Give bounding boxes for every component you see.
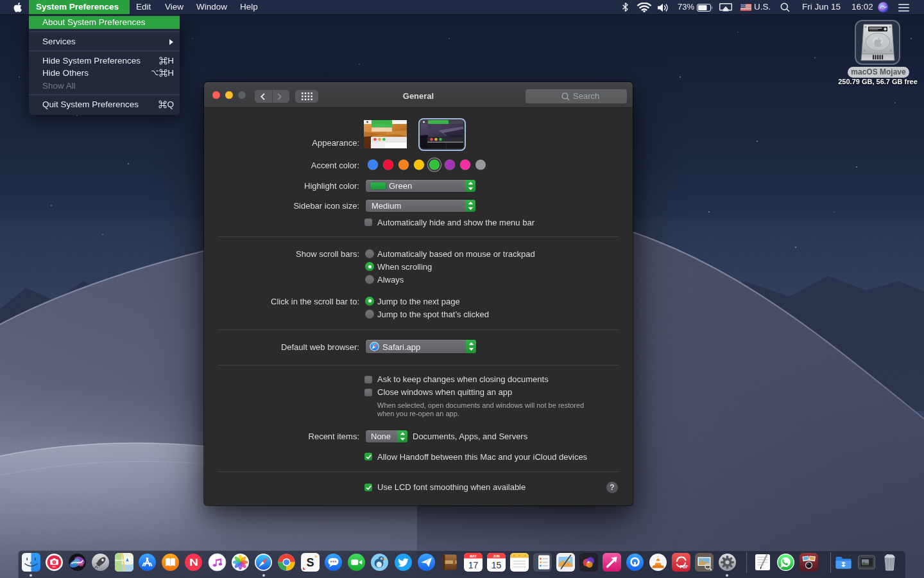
svg-text:JUN: JUN bbox=[493, 554, 499, 558]
svg-text:HEC: HEC bbox=[52, 566, 56, 568]
svg-text:17: 17 bbox=[468, 560, 478, 570]
svg-text:PDF: PDF bbox=[680, 565, 688, 569]
svg-text:MAY: MAY bbox=[470, 554, 477, 558]
svg-text:S: S bbox=[306, 556, 314, 569]
svg-text:15: 15 bbox=[491, 560, 501, 570]
